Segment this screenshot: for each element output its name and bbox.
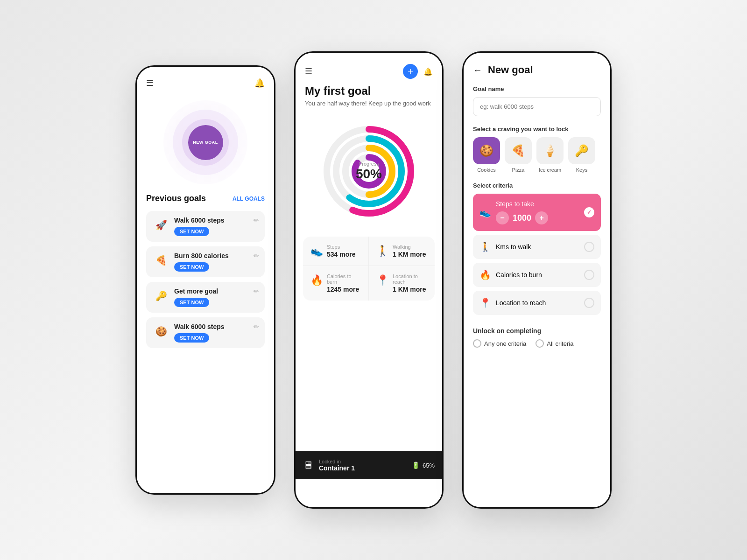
phone-3: ← New goal Goal name Select a craving yo… <box>462 51 612 509</box>
set-now-button[interactable]: SET NOW <box>174 333 209 343</box>
locked-label: Locked in <box>319 459 355 464</box>
ripple-outer: NEW GOAL <box>163 100 247 184</box>
goal-card: 🍪 Walk 6000 steps SET NOW ✏ <box>146 317 265 348</box>
battery-pct: 65% <box>423 462 435 469</box>
criteria-item[interactable]: 🔥 Calories to burn <box>473 263 601 287</box>
stat-name: Location to reach <box>393 273 427 285</box>
set-now-button[interactable]: SET NOW <box>174 227 209 236</box>
craving-label: Select a craving you want to lock <box>473 126 601 133</box>
stepper-row: − 1000 + <box>496 211 584 224</box>
criteria-item[interactable]: 🚶 Kms to walk <box>473 235 601 259</box>
stat-value: 1 KM more <box>393 251 426 258</box>
criteria-name: Location to reach <box>496 299 584 307</box>
plus-button[interactable]: + <box>403 64 418 79</box>
goal-info: Burn 800 calories SET NOW <box>174 252 258 272</box>
craving-item[interactable]: 🔑 Keys <box>568 137 595 173</box>
craving-icon-wrap: 🍪 <box>473 137 500 164</box>
stat-name: Walking <box>393 244 426 250</box>
craving-name: Cookies <box>477 167 496 173</box>
craving-icon-wrap: 🔑 <box>568 137 595 164</box>
phone1-header: ☰ 🔔 <box>146 78 265 88</box>
stat-cell: 🚶 Walking 1 KM more <box>369 237 435 266</box>
p3-title: New goal <box>488 64 533 76</box>
stepper-plus-btn[interactable]: + <box>535 211 548 224</box>
goal-card: 🍕 Burn 800 calories SET NOW ✏ <box>146 246 265 277</box>
criteria-icon: 🔥 <box>479 269 491 280</box>
footer-icon: 🖥 <box>303 459 313 471</box>
back-icon[interactable]: ← <box>473 65 482 76</box>
goal-name-input[interactable] <box>473 97 601 116</box>
radio-circle <box>536 339 544 348</box>
bell-icon[interactable]: 🔔 <box>254 78 265 88</box>
unlock-option[interactable]: All criteria <box>536 339 573 348</box>
goal-info: Walk 6000 steps SET NOW <box>174 217 258 236</box>
progress-chart-area: Progress 50% <box>296 115 442 227</box>
stat-icon: 🚶 <box>376 245 389 257</box>
criteria-icon: 🚶 <box>479 241 491 252</box>
craving-item[interactable]: 🍪 Cookies <box>473 137 500 173</box>
radio-circle <box>473 339 481 348</box>
unlock-section: Unlock on completing Any one criteria Al… <box>473 327 601 348</box>
stat-info: Calories to burn 1245 more <box>327 273 361 293</box>
stat-value: 1 KM more <box>393 286 427 293</box>
phone-2: ☰ + 🔔 My first goal You are half way the… <box>294 51 444 509</box>
stat-icon: 🔥 <box>310 274 323 287</box>
edit-icon[interactable]: ✏ <box>254 287 259 295</box>
criteria-name: Steps to take <box>496 200 584 208</box>
goal-icon: 🔑 <box>155 290 167 301</box>
goal-card: 🚀 Walk 6000 steps SET NOW ✏ <box>146 211 265 242</box>
phone-1: ☰ 🔔 NEW GOAL Previous goals ALL GOALS 🚀 … <box>135 65 275 495</box>
craving-item[interactable]: 🍕 Pizza <box>505 137 532 173</box>
new-goal-button[interactable]: NEW GOAL <box>188 125 223 160</box>
set-now-button[interactable]: SET NOW <box>174 262 209 272</box>
edit-icon[interactable]: ✏ <box>254 217 259 224</box>
stat-cell: 📍 Location to reach 1 KM more <box>369 266 435 301</box>
unlock-options: Any one criteria All criteria <box>473 339 601 348</box>
stat-info: Steps 534 more <box>327 244 355 258</box>
stepper-value: 1000 <box>513 213 531 223</box>
goal-title: My first goal <box>305 84 433 98</box>
criteria-check <box>584 298 594 308</box>
goal-icon: 🍪 <box>155 326 167 337</box>
stat-name: Steps <box>327 244 355 250</box>
stat-value: 1245 more <box>327 286 361 293</box>
battery-icon: 🔋 <box>412 462 420 469</box>
unlock-option-label: Any one criteria <box>484 340 526 347</box>
progress-label: Progress <box>356 161 382 167</box>
criteria-list: 👟 Steps to take − 1000 + 🚶 Kms to walk 🔥… <box>473 194 601 315</box>
all-goals-link[interactable]: ALL GOALS <box>233 196 265 202</box>
goal-icon-wrap: 🍪 <box>153 323 169 340</box>
p2-title-area: My first goal You are half way there! Ke… <box>296 84 442 115</box>
craving-name: Keys <box>576 167 587 173</box>
menu-icon[interactable]: ☰ <box>146 78 154 88</box>
criteria-item[interactable]: 👟 Steps to take − 1000 + <box>473 194 601 231</box>
stat-info: Location to reach 1 KM more <box>393 273 427 293</box>
edit-icon[interactable]: ✏ <box>254 323 259 330</box>
criteria-item[interactable]: 📍 Location to reach <box>473 291 601 315</box>
goal-info: Get more goal SET NOW <box>174 287 258 307</box>
set-now-button[interactable]: SET NOW <box>174 298 209 307</box>
criteria-check <box>584 242 594 252</box>
craving-item[interactable]: 🍦 Ice cream <box>536 137 564 173</box>
menu-icon-p2[interactable]: ☰ <box>305 66 312 77</box>
criteria-label: Select criteria <box>473 182 601 189</box>
stat-name: Calories to burn <box>327 273 361 285</box>
criteria-check <box>584 270 594 280</box>
goal-name: Burn 800 calories <box>174 252 258 259</box>
edit-icon[interactable]: ✏ <box>254 252 259 259</box>
stat-info: Walking 1 KM more <box>393 244 426 258</box>
goals-list: 🚀 Walk 6000 steps SET NOW ✏ 🍕 Burn 800 c… <box>146 211 265 353</box>
prev-goals-header: Previous goals ALL GOALS <box>146 194 265 203</box>
locked-value: Container 1 <box>319 464 355 472</box>
p2-header-icons: + 🔔 <box>403 64 433 79</box>
criteria-icon: 👟 <box>479 207 491 218</box>
ripple-mid: NEW GOAL <box>173 110 238 175</box>
bell-icon-p2[interactable]: 🔔 <box>423 67 433 76</box>
unlock-option-label: All criteria <box>547 340 573 347</box>
goal-name-label: Goal name <box>473 85 601 92</box>
unlock-option[interactable]: Any one criteria <box>473 339 526 348</box>
phone2-header: ☰ + 🔔 <box>296 53 442 84</box>
criteria-icon: 📍 <box>479 297 491 308</box>
stepper-minus-btn[interactable]: − <box>496 211 509 224</box>
stat-icon: 👟 <box>310 245 323 257</box>
